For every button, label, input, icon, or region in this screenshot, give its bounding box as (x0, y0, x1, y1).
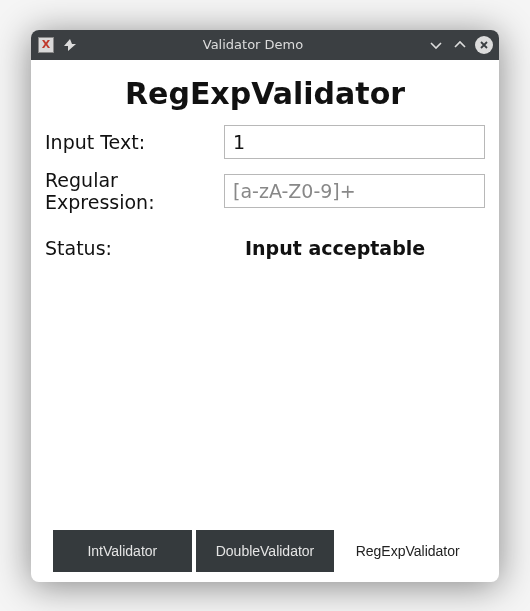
application-window: X Validator Demo RegExpValidator Input (31, 30, 499, 582)
status-label: Status: (45, 237, 245, 259)
page-title: RegExpValidator (45, 76, 485, 111)
input-text-row: Input Text: (45, 125, 485, 159)
regex-field[interactable] (224, 174, 485, 208)
app-menu-icon[interactable]: X (37, 36, 55, 54)
window-title: Validator Demo (79, 37, 427, 52)
tab-int-validator[interactable]: IntValidator (53, 530, 192, 572)
titlebar: X Validator Demo (31, 30, 499, 60)
tab-bar: IntValidator DoubleValidator RegExpValid… (45, 530, 485, 582)
regex-label: Regular Expression: (45, 169, 224, 213)
maximize-icon[interactable] (451, 36, 469, 54)
pin-icon[interactable] (61, 36, 79, 54)
minimize-icon[interactable] (427, 36, 445, 54)
status-row: Status: Input acceptable (45, 237, 485, 259)
status-value: Input acceptable (245, 237, 425, 259)
tab-regexp-validator[interactable]: RegExpValidator (338, 530, 477, 572)
regex-row: Regular Expression: (45, 169, 485, 213)
close-button[interactable] (475, 36, 493, 54)
input-text-label: Input Text: (45, 131, 224, 153)
input-text-field[interactable] (224, 125, 485, 159)
content-area: RegExpValidator Input Text: Regular Expr… (31, 60, 499, 582)
tab-double-validator[interactable]: DoubleValidator (196, 530, 335, 572)
